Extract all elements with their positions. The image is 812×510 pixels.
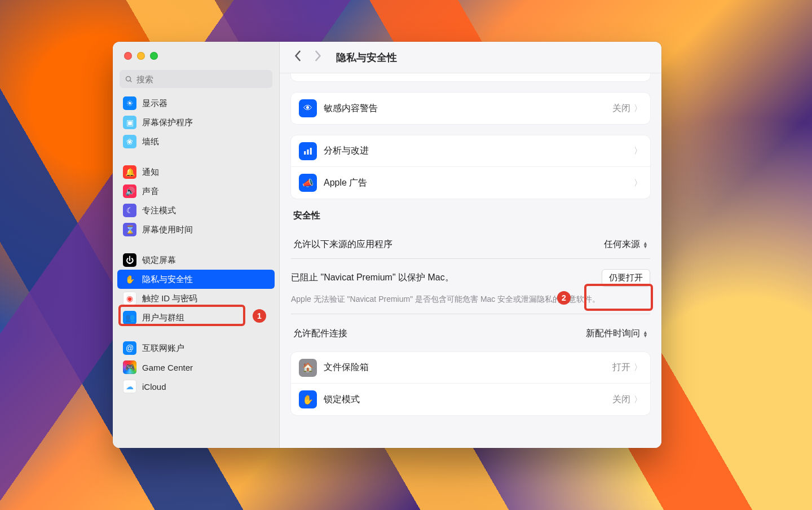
sidebar-item-5[interactable]: ☾专注模式 <box>117 201 275 220</box>
blocked-app-hint: Apple 无法验证 "Navicat Premium" 是否包含可能危害 Ma… <box>291 294 650 305</box>
sidebar-item-label: 用户与群组 <box>142 313 184 323</box>
system-settings-window: ☀显示器▣屏幕保护程序❀墙纸🔔通知🔊声音☾专注模式⌛屏幕使用时间⏻锁定屏幕✋隐私… <box>113 42 661 448</box>
svg-rect-2 <box>304 151 306 155</box>
content-topbar: 隐私与安全性 <box>280 42 661 73</box>
sidebar-item-2[interactable]: ❀墙纸 <box>117 132 275 151</box>
blocked-app-block: 已阻止 "Navicat Premium" 以保护 Mac。 仍要打开 Appl… <box>291 260 650 314</box>
previous-group-peek <box>291 73 650 81</box>
svg-rect-4 <box>310 148 312 155</box>
chevron-right-icon: 〉 <box>634 103 642 114</box>
row-sensitive-content[interactable]: 👁 敏感内容警告 关闭 〉 <box>291 93 650 124</box>
popup-updown-icon: ▲▼ <box>643 241 648 248</box>
popup-updown-icon: ▲▼ <box>643 331 648 337</box>
popup-value: 新配件时询问 <box>586 328 640 340</box>
sidebar-item-icon: 👥 <box>123 311 136 324</box>
popup-value: 任何来源 <box>604 239 640 250</box>
house-icon: 🏠 <box>299 359 317 377</box>
sidebar-item-icon: ▣ <box>123 116 136 129</box>
sidebar-item-label: 屏幕使用时间 <box>142 225 193 235</box>
nav-forward-button[interactable] <box>312 49 324 66</box>
row-value: 关闭 <box>612 103 630 115</box>
allow-accessories-label: 允许配件连接 <box>293 328 347 340</box>
sidebar-item-8[interactable]: ✋隐私与安全性 <box>117 270 275 289</box>
sidebar-list: ☀显示器▣屏幕保护程序❀墙纸🔔通知🔊声音☾专注模式⌛屏幕使用时间⏻锁定屏幕✋隐私… <box>113 94 279 448</box>
security-section-header: 安全性 <box>293 210 648 222</box>
sidebar-item-label: 专注模式 <box>142 205 176 216</box>
sidebar-item-12[interactable]: 🎮Game Center <box>117 358 275 377</box>
sidebar-item-label: 声音 <box>142 186 159 197</box>
row-label: 文件保险箱 <box>324 362 612 373</box>
chevron-right-icon: 〉 <box>634 394 642 405</box>
sidebar-item-icon: ◉ <box>123 292 136 305</box>
sidebar-gap <box>117 327 275 338</box>
nav-back-button[interactable] <box>292 49 304 66</box>
page-title: 隐私与安全性 <box>336 51 397 64</box>
search-field[interactable] <box>120 70 272 88</box>
zoom-window-button[interactable] <box>150 52 158 60</box>
sidebar-item-13[interactable]: ☁iCloud <box>117 377 275 396</box>
sidebar-item-0[interactable]: ☀显示器 <box>117 94 275 113</box>
sidebar-item-7[interactable]: ⏻锁定屏幕 <box>117 250 275 270</box>
row-value: 关闭 <box>612 394 630 406</box>
allow-accessories-popup[interactable]: 新配件时询问 ▲▼ <box>586 328 648 340</box>
group-filevault-lockdown: 🏠 文件保险箱 打开 〉 ✋ 锁定模式 关闭 〉 <box>291 352 650 415</box>
row-label: 锁定模式 <box>324 394 612 406</box>
sidebar-item-icon: 🎮 <box>123 360 136 374</box>
sidebar-gap <box>117 239 275 250</box>
sidebar-item-label: 互联网账户 <box>142 343 184 354</box>
chevron-left-icon <box>294 50 302 61</box>
sidebar-item-label: 隐私与安全性 <box>142 274 193 285</box>
sidebar-item-label: 锁定屏幕 <box>142 255 176 266</box>
chevron-right-icon <box>314 50 321 61</box>
chevron-right-icon: 〉 <box>634 146 642 156</box>
sidebar-item-icon: ☀ <box>123 96 136 110</box>
sidebar-item-icon: 🔊 <box>123 184 136 198</box>
minimize-window-button[interactable] <box>137 52 145 60</box>
svg-line-1 <box>130 80 132 82</box>
content-pane: 隐私与安全性 👁 敏感内容警告 关闭 〉 分析与 <box>280 42 661 448</box>
sidebar-item-label: 墙纸 <box>142 137 159 147</box>
sidebar-item-9[interactable]: ◉触控 ID 与密码 <box>117 289 275 308</box>
sidebar-item-10[interactable]: 👥用户与群组 <box>117 308 275 327</box>
allow-apps-from-popup[interactable]: 任何来源 ▲▼ <box>604 239 648 250</box>
chevron-right-icon: 〉 <box>634 362 642 373</box>
sidebar-gap <box>117 151 275 162</box>
sidebar-item-6[interactable]: ⌛屏幕使用时间 <box>117 220 275 239</box>
sidebar-item-label: 显示器 <box>142 98 167 109</box>
sidebar-item-3[interactable]: 🔔通知 <box>117 162 275 182</box>
allow-apps-from-row: 允许以下来源的应用程序 任何来源 ▲▼ <box>291 225 650 259</box>
row-lockdown[interactable]: ✋ 锁定模式 关闭 〉 <box>291 384 650 415</box>
close-window-button[interactable] <box>124 52 132 60</box>
open-anyway-button[interactable]: 仍要打开 <box>602 269 650 287</box>
sidebar-item-icon: ❀ <box>123 135 136 148</box>
sidebar-item-icon: ☾ <box>123 204 136 217</box>
search-input[interactable] <box>136 74 267 84</box>
row-label: 敏感内容警告 <box>324 103 612 115</box>
sidebar-item-4[interactable]: 🔊声音 <box>117 182 275 201</box>
search-icon <box>125 75 133 83</box>
content-scroll[interactable]: 👁 敏感内容警告 关闭 〉 分析与改进 〉 📣 Apple 广告 <box>280 73 661 448</box>
row-label: Apple 广告 <box>324 177 634 189</box>
row-apple-ads[interactable]: 📣 Apple 广告 〉 <box>291 167 650 199</box>
allow-apps-from-label: 允许以下来源的应用程序 <box>293 239 392 250</box>
blocked-app-label: 已阻止 "Navicat Premium" 以保护 Mac。 <box>291 272 454 284</box>
sidebar-item-icon: 🔔 <box>123 165 136 179</box>
sidebar-item-icon: ✋ <box>123 272 136 286</box>
sidebar-item-icon: @ <box>123 341 136 355</box>
row-analytics[interactable]: 分析与改进 〉 <box>291 135 650 167</box>
hand-raised-icon: ✋ <box>299 390 317 408</box>
group-analytics-ads: 分析与改进 〉 📣 Apple 广告 〉 <box>291 135 650 199</box>
row-filevault[interactable]: 🏠 文件保险箱 打开 〉 <box>291 352 650 384</box>
sidebar-item-icon: ⏻ <box>123 253 136 267</box>
sidebar-item-label: 触控 ID 与密码 <box>142 293 197 304</box>
sidebar-item-label: 通知 <box>142 167 159 178</box>
allow-accessories-row: 允许配件连接 新配件时询问 ▲▼ <box>291 314 650 351</box>
sidebar-item-label: 屏幕保护程序 <box>142 117 193 128</box>
sidebar-item-1[interactable]: ▣屏幕保护程序 <box>117 113 275 132</box>
megaphone-icon: 📣 <box>299 174 317 192</box>
sidebar: ☀显示器▣屏幕保护程序❀墙纸🔔通知🔊声音☾专注模式⌛屏幕使用时间⏻锁定屏幕✋隐私… <box>113 42 280 448</box>
sidebar-item-label: iCloud <box>142 382 166 392</box>
sidebar-item-11[interactable]: @互联网账户 <box>117 338 275 358</box>
eye-icon: 👁 <box>299 99 317 117</box>
group-sensitive-content: 👁 敏感内容警告 关闭 〉 <box>291 93 650 124</box>
